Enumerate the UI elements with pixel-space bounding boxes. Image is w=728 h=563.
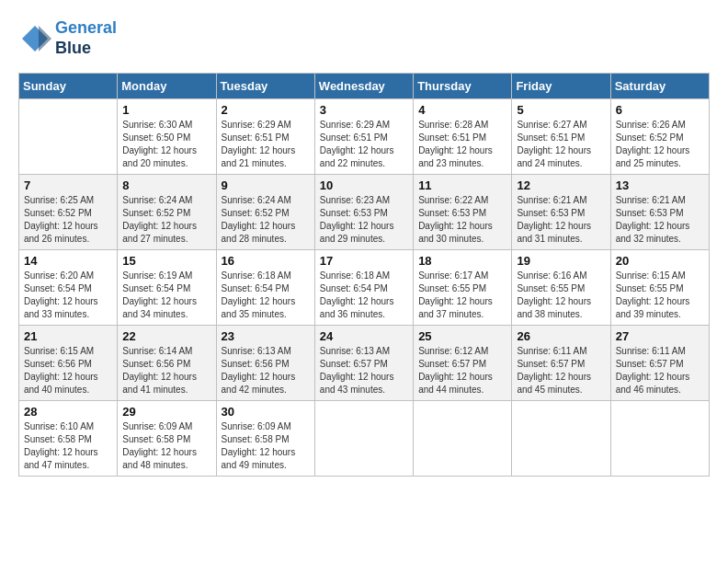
- logo: General Blue: [18, 18, 117, 58]
- col-header-tuesday: Tuesday: [216, 74, 314, 99]
- day-info: Sunrise: 6:28 AM Sunset: 6:51 PM Dayligh…: [418, 119, 506, 170]
- day-number: 20: [616, 254, 704, 268]
- day-number: 27: [616, 329, 704, 343]
- calendar-cell: 7Sunrise: 6:25 AM Sunset: 6:52 PM Daylig…: [19, 175, 118, 250]
- day-info: Sunrise: 6:16 AM Sunset: 6:55 PM Dayligh…: [517, 270, 605, 321]
- day-number: 2: [222, 103, 310, 117]
- day-number: 12: [517, 178, 605, 192]
- calendar-cell: 27Sunrise: 6:11 AM Sunset: 6:57 PM Dayli…: [610, 326, 709, 401]
- day-number: 7: [24, 178, 112, 192]
- day-number: 13: [616, 178, 704, 192]
- calendar-cell: 1Sunrise: 6:30 AM Sunset: 6:50 PM Daylig…: [118, 99, 216, 175]
- day-number: 18: [418, 254, 506, 268]
- day-number: 1: [122, 103, 210, 117]
- day-number: 6: [616, 103, 704, 117]
- day-info: Sunrise: 6:14 AM Sunset: 6:56 PM Dayligh…: [122, 345, 210, 396]
- day-number: 17: [320, 254, 408, 268]
- calendar-cell: 14Sunrise: 6:20 AM Sunset: 6:54 PM Dayli…: [19, 250, 118, 326]
- week-row-4: 21Sunrise: 6:15 AM Sunset: 6:56 PM Dayli…: [19, 326, 710, 401]
- day-info: Sunrise: 6:19 AM Sunset: 6:54 PM Dayligh…: [122, 270, 210, 321]
- calendar-cell: 20Sunrise: 6:15 AM Sunset: 6:55 PM Dayli…: [610, 250, 709, 326]
- header-row: SundayMondayTuesdayWednesdayThursdayFrid…: [19, 74, 710, 99]
- calendar-cell: [19, 99, 118, 175]
- calendar-cell: 23Sunrise: 6:13 AM Sunset: 6:56 PM Dayli…: [216, 326, 314, 401]
- calendar-table: SundayMondayTuesdayWednesdayThursdayFrid…: [18, 73, 710, 477]
- calendar-cell: [314, 401, 413, 477]
- calendar-cell: 4Sunrise: 6:28 AM Sunset: 6:51 PM Daylig…: [414, 99, 512, 175]
- day-number: 16: [222, 254, 310, 268]
- day-info: Sunrise: 6:18 AM Sunset: 6:54 PM Dayligh…: [320, 270, 408, 321]
- col-header-thursday: Thursday: [414, 74, 512, 99]
- day-info: Sunrise: 6:29 AM Sunset: 6:51 PM Dayligh…: [320, 119, 408, 170]
- day-number: 14: [24, 254, 112, 268]
- day-info: Sunrise: 6:22 AM Sunset: 6:53 PM Dayligh…: [418, 194, 506, 246]
- day-info: Sunrise: 6:20 AM Sunset: 6:54 PM Dayligh…: [24, 270, 112, 321]
- calendar-cell: 5Sunrise: 6:27 AM Sunset: 6:51 PM Daylig…: [512, 99, 610, 175]
- col-header-monday: Monday: [118, 74, 216, 99]
- day-number: 22: [122, 329, 210, 343]
- logo-text: General Blue: [55, 18, 117, 58]
- calendar-cell: 22Sunrise: 6:14 AM Sunset: 6:56 PM Dayli…: [118, 326, 216, 401]
- day-info: Sunrise: 6:21 AM Sunset: 6:53 PM Dayligh…: [517, 194, 605, 246]
- day-info: Sunrise: 6:11 AM Sunset: 6:57 PM Dayligh…: [616, 345, 704, 396]
- calendar-cell: 9Sunrise: 6:24 AM Sunset: 6:52 PM Daylig…: [216, 175, 314, 250]
- day-info: Sunrise: 6:25 AM Sunset: 6:52 PM Dayligh…: [24, 194, 112, 246]
- calendar-cell: [610, 401, 709, 477]
- day-info: Sunrise: 6:09 AM Sunset: 6:58 PM Dayligh…: [222, 420, 310, 472]
- day-info: Sunrise: 6:15 AM Sunset: 6:56 PM Dayligh…: [24, 345, 112, 396]
- day-info: Sunrise: 6:15 AM Sunset: 6:55 PM Dayligh…: [616, 270, 704, 321]
- week-row-2: 7Sunrise: 6:25 AM Sunset: 6:52 PM Daylig…: [19, 175, 710, 250]
- logo-icon: [18, 22, 51, 55]
- day-number: 19: [517, 254, 605, 268]
- calendar-cell: 15Sunrise: 6:19 AM Sunset: 6:54 PM Dayli…: [118, 250, 216, 326]
- calendar-cell: 16Sunrise: 6:18 AM Sunset: 6:54 PM Dayli…: [216, 250, 314, 326]
- day-info: Sunrise: 6:24 AM Sunset: 6:52 PM Dayligh…: [222, 194, 310, 246]
- calendar-cell: 2Sunrise: 6:29 AM Sunset: 6:51 PM Daylig…: [216, 99, 314, 175]
- calendar-cell: 24Sunrise: 6:13 AM Sunset: 6:57 PM Dayli…: [314, 326, 413, 401]
- day-number: 4: [418, 103, 506, 117]
- calendar-cell: 11Sunrise: 6:22 AM Sunset: 6:53 PM Dayli…: [414, 175, 512, 250]
- calendar-cell: [512, 401, 610, 477]
- day-number: 29: [122, 405, 210, 419]
- day-number: 9: [222, 178, 310, 192]
- col-header-wednesday: Wednesday: [314, 74, 413, 99]
- day-number: 28: [24, 405, 112, 419]
- calendar-cell: 10Sunrise: 6:23 AM Sunset: 6:53 PM Dayli…: [314, 175, 413, 250]
- day-number: 11: [418, 178, 506, 192]
- day-number: 25: [418, 329, 506, 343]
- calendar-cell: 28Sunrise: 6:10 AM Sunset: 6:58 PM Dayli…: [19, 401, 118, 477]
- calendar-cell: 21Sunrise: 6:15 AM Sunset: 6:56 PM Dayli…: [19, 326, 118, 401]
- day-info: Sunrise: 6:26 AM Sunset: 6:52 PM Dayligh…: [616, 119, 704, 170]
- day-info: Sunrise: 6:18 AM Sunset: 6:54 PM Dayligh…: [222, 270, 310, 321]
- calendar-cell: 25Sunrise: 6:12 AM Sunset: 6:57 PM Dayli…: [414, 326, 512, 401]
- day-info: Sunrise: 6:13 AM Sunset: 6:56 PM Dayligh…: [222, 345, 310, 396]
- calendar-cell: 13Sunrise: 6:21 AM Sunset: 6:53 PM Dayli…: [610, 175, 709, 250]
- day-info: Sunrise: 6:09 AM Sunset: 6:58 PM Dayligh…: [122, 420, 210, 472]
- col-header-sunday: Sunday: [19, 74, 118, 99]
- calendar-cell: [414, 401, 512, 477]
- day-number: 3: [320, 103, 408, 117]
- day-info: Sunrise: 6:29 AM Sunset: 6:51 PM Dayligh…: [222, 119, 310, 170]
- day-number: 8: [122, 178, 210, 192]
- calendar-cell: 8Sunrise: 6:24 AM Sunset: 6:52 PM Daylig…: [118, 175, 216, 250]
- day-info: Sunrise: 6:21 AM Sunset: 6:53 PM Dayligh…: [616, 194, 704, 246]
- calendar-cell: 29Sunrise: 6:09 AM Sunset: 6:58 PM Dayli…: [118, 401, 216, 477]
- day-info: Sunrise: 6:12 AM Sunset: 6:57 PM Dayligh…: [418, 345, 506, 396]
- calendar-cell: 26Sunrise: 6:11 AM Sunset: 6:57 PM Dayli…: [512, 326, 610, 401]
- day-info: Sunrise: 6:13 AM Sunset: 6:57 PM Dayligh…: [320, 345, 408, 396]
- svg-marker-1: [39, 26, 51, 52]
- week-row-3: 14Sunrise: 6:20 AM Sunset: 6:54 PM Dayli…: [19, 250, 710, 326]
- day-number: 30: [222, 405, 310, 419]
- day-info: Sunrise: 6:17 AM Sunset: 6:55 PM Dayligh…: [418, 270, 506, 321]
- calendar-cell: 19Sunrise: 6:16 AM Sunset: 6:55 PM Dayli…: [512, 250, 610, 326]
- calendar-cell: 30Sunrise: 6:09 AM Sunset: 6:58 PM Dayli…: [216, 401, 314, 477]
- calendar-cell: 17Sunrise: 6:18 AM Sunset: 6:54 PM Dayli…: [314, 250, 413, 326]
- day-number: 5: [517, 103, 605, 117]
- day-info: Sunrise: 6:24 AM Sunset: 6:52 PM Dayligh…: [122, 194, 210, 246]
- week-row-1: 1Sunrise: 6:30 AM Sunset: 6:50 PM Daylig…: [19, 99, 710, 175]
- day-info: Sunrise: 6:10 AM Sunset: 6:58 PM Dayligh…: [24, 420, 112, 472]
- day-number: 15: [122, 254, 210, 268]
- day-number: 26: [517, 329, 605, 343]
- calendar-cell: 3Sunrise: 6:29 AM Sunset: 6:51 PM Daylig…: [314, 99, 413, 175]
- calendar-cell: 12Sunrise: 6:21 AM Sunset: 6:53 PM Dayli…: [512, 175, 610, 250]
